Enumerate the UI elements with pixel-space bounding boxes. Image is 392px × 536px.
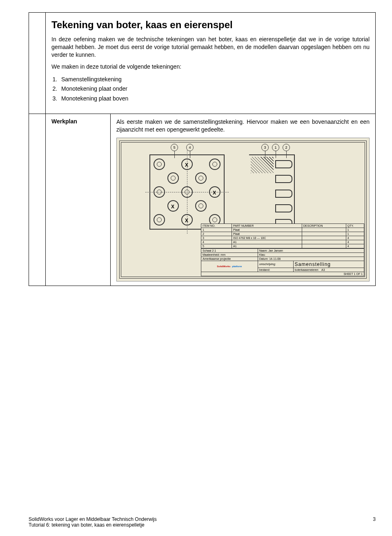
steps-list: Samenstellingstekening Monotekening plaa… [59,75,370,104]
platform-logo-icon: platform [232,265,242,268]
tb-logos: SolidWorks platform [201,261,258,272]
tb-bestand: boterkaaseneieren [295,268,318,271]
tb-maat: Maateenheid: mm [201,252,258,257]
balloon-2: 2 [283,144,290,151]
side-view: 3 1 2 [249,154,295,230]
page-number: 3 [373,516,376,528]
margin-cell [29,13,46,114]
footer-line-2: Tutorial 6: tekening van boter, kaas en … [29,522,157,528]
bom-table: ITEM NO. PART NUMBER DESCRIPTION QTY. 1P… [201,223,364,248]
werkplan-text: Als eerste maken we de samenstellingstek… [116,118,370,134]
step-1: Samenstellingstekening [59,75,370,85]
tb-sheet: SHEET 1 OF 1 [201,272,364,276]
margin-cell-2 [29,114,46,286]
titleblock-info: Schaal 2:1 Naam: Jan Jansen Maateenheid:… [201,248,364,276]
balloon-3: 3 [261,144,269,151]
top-view: 5 4 [149,154,225,230]
tb-omschrijving: Samenstelling [293,261,364,268]
step-3: Monotekening plaat boven [59,94,370,104]
bom-h-partno: PART NUMBER [232,223,302,228]
tb-naam: Naam: Jan Jansen [258,248,364,252]
bom-h-desc: DESCRIPTION [302,223,346,228]
document-body: Tekening van boter, kaas en eierenspel I… [29,12,376,286]
footer-line-1: SolidWorks voor Lager en Middelbaar Tech… [29,516,157,522]
balloon-4: 4 [186,144,194,151]
intro-cell: Tekening van boter, kaas en eierenspel I… [46,13,376,114]
tb-schaal: Schaal 2:1 [201,248,258,252]
solidworks-logo-icon: SolidWorks [217,265,230,268]
page-title: Tekening van boter, kaas en eierenspel [51,19,370,31]
tb-omschrijving-label: omschrijving: [258,261,293,268]
page-footer: SolidWorks voor Lager en Middelbaar Tech… [29,516,376,528]
tb-bestand-label: bestand: [258,268,293,272]
balloon-1: 1 [272,144,279,151]
werkplan-content: Als eerste maken we de samenstellingstek… [111,114,376,286]
tb-datum: Datum: 14-11-08 [258,257,364,261]
intro-para-1: In deze oefening maken we de technische … [51,36,370,59]
step-2: Monotekening plaat onder [59,84,370,94]
werkplan-label: Werkplan [46,114,111,286]
intro-para-2: We maken in deze tutorial de volgende te… [51,63,370,71]
balloon-5: 5 [171,144,178,151]
title-block: ITEM NO. PART NUMBER DESCRIPTION QTY. 1P… [201,223,364,276]
bom-h-itemno: ITEM NO. [201,223,232,228]
tb-proj: Amerikaanse projectie [201,257,258,261]
bom-h-qty: QTY. [346,223,364,228]
tb-formaat: A3 [321,268,325,271]
assembly-drawing: 5 4 3 1 2 ITEM NO. [116,138,370,281]
tb-klas: Klas: [258,252,364,257]
